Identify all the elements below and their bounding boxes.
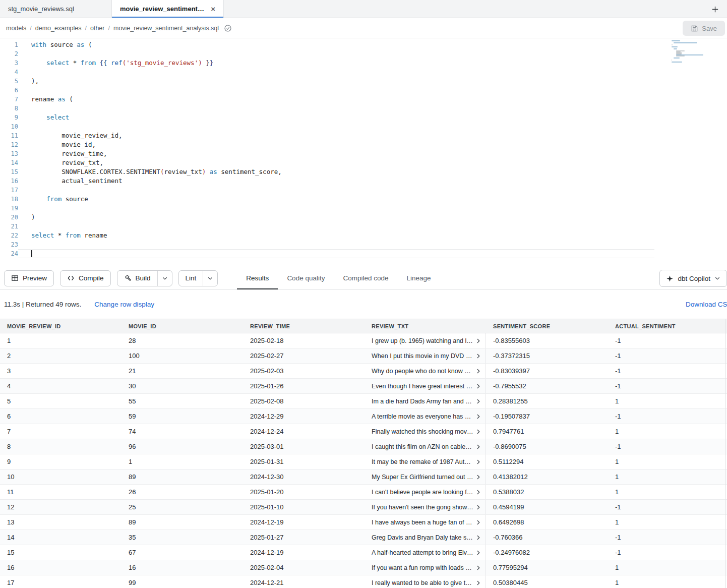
code-line[interactable]: 15 SNOWFLAKE.CORTEX.SENTIMENT(review_txt…: [0, 167, 727, 177]
code-line[interactable]: 8: [0, 104, 727, 113]
expand-row-button[interactable]: [473, 381, 483, 391]
code-line[interactable]: 13 review_time,: [0, 149, 727, 158]
expand-row-button[interactable]: [473, 502, 483, 512]
table-row: 8962025-03-01I caught this film on AZN o…: [0, 439, 727, 454]
expand-row-button[interactable]: [473, 533, 483, 543]
cell-sentiment_score: 0.5112294: [486, 458, 608, 465]
expand-row-button[interactable]: [473, 472, 483, 482]
expand-row-button[interactable]: [473, 442, 483, 452]
cell-movie_review_id: 3: [0, 367, 122, 375]
code-line[interactable]: 12 movie_id,: [0, 140, 727, 149]
code-line[interactable]: 14 review_txt,: [0, 158, 727, 167]
chevron-right-icon: [475, 474, 482, 481]
code-line[interactable]: 20): [0, 213, 727, 222]
chevron-right-icon: [475, 458, 482, 465]
code-line[interactable]: 1with source as (: [0, 40, 727, 49]
code-line[interactable]: 7rename as (: [0, 95, 727, 104]
expand-row-button[interactable]: [473, 517, 483, 527]
code-line[interactable]: 4: [0, 68, 727, 77]
cell-movie_id: 59: [122, 413, 243, 420]
code-text: review_txt,: [18, 158, 103, 167]
breadcrumb-separator: /: [85, 25, 87, 32]
expand-row-button[interactable]: [473, 457, 483, 467]
expand-row-button[interactable]: [473, 578, 483, 588]
expand-row-button[interactable]: [473, 487, 483, 497]
compile-button[interactable]: Compile: [60, 270, 111, 286]
code-line[interactable]: 17: [0, 186, 727, 195]
results-tab-lineage[interactable]: Lineage: [398, 267, 440, 289]
code-line[interactable]: 16 actual_sentiment: [0, 177, 727, 186]
code-line[interactable]: 22select * from rename: [0, 231, 727, 240]
chevron-right-icon: [475, 413, 482, 420]
cell-sentiment_score: -0.24976082: [486, 549, 608, 556]
expand-row-button[interactable]: [473, 336, 483, 346]
chevron-down-icon: [207, 275, 213, 281]
code-line[interactable]: 11 movie_review_id,: [0, 131, 727, 140]
cell-movie_id: 89: [122, 518, 243, 526]
code-line[interactable]: 19: [0, 204, 727, 213]
cell-actual_sentiment: -1: [608, 534, 727, 541]
table-row: 13892024-12-19I have always been a huge …: [0, 515, 727, 530]
build-button[interactable]: Build: [117, 271, 157, 286]
new-tab-button[interactable]: [708, 0, 722, 18]
results-status-bar: 11.3s | Returned 49 rows. Change row dis…: [0, 289, 727, 319]
preview-button[interactable]: Preview: [4, 270, 54, 286]
chevron-down-icon: [162, 275, 168, 281]
cell-sentiment_score: 0.50380445: [486, 579, 608, 586]
cell-review-txt: If you haven't seen the gong show TV s…: [365, 500, 486, 514]
code-line[interactable]: 21: [0, 222, 727, 231]
code-line[interactable]: 3 select * from {{ ref('stg_movie_review…: [0, 58, 727, 68]
expand-row-button[interactable]: [473, 563, 483, 573]
lint-dropdown-button[interactable]: [203, 271, 217, 286]
line-number: 2: [0, 49, 18, 58]
cell-actual_sentiment: -1: [608, 382, 727, 390]
save-button[interactable]: Save: [683, 21, 725, 36]
download-csv-link[interactable]: Download CSV: [686, 301, 727, 308]
results-tab-results[interactable]: Results: [237, 267, 278, 289]
code-line[interactable]: 9 select: [0, 113, 727, 122]
expand-row-button[interactable]: [473, 427, 483, 437]
expand-row-button[interactable]: [473, 366, 483, 376]
close-icon[interactable]: ×: [211, 5, 215, 13]
expand-row-button[interactable]: [473, 411, 483, 422]
build-icon: [124, 274, 132, 282]
cell-review-txt: I can't believe people are looking for a…: [365, 485, 486, 499]
column-header: SENTIMENT_SCORE: [486, 323, 608, 329]
file-tab[interactable]: stg_movie_reviews.sql: [0, 0, 112, 18]
expand-row-button[interactable]: [473, 351, 483, 361]
lint-button[interactable]: Lint: [179, 271, 203, 286]
change-row-display-link[interactable]: Change row display: [94, 301, 154, 308]
table-row: 3212025-02-03Why do people who do not kn…: [0, 364, 727, 379]
dbt-copilot-button[interactable]: dbt Copilot: [659, 270, 727, 287]
file-tab[interactable]: movie_review_sentiment_…×: [112, 0, 224, 18]
results-tab-compiled-code[interactable]: Compiled code: [334, 267, 397, 289]
code-line[interactable]: 5),: [0, 77, 727, 86]
code-line[interactable]: 6: [0, 86, 727, 95]
results-tab-code-quality[interactable]: Code quality: [278, 267, 334, 289]
code-line[interactable]: 2: [0, 49, 727, 58]
code-line[interactable]: 24: [0, 249, 727, 258]
breadcrumb-segment: demo_examples: [35, 25, 82, 32]
expand-row-button[interactable]: [473, 548, 483, 558]
code-editor[interactable]: 1with source as (23 select * from {{ ref…: [0, 38, 727, 267]
line-number: 8: [0, 104, 18, 113]
expand-row-button[interactable]: [473, 396, 483, 406]
editor-minimap[interactable]: [672, 40, 704, 65]
cell-review-txt: Im a die hard Dads Army fan and nothi…: [365, 394, 486, 408]
cell-review-txt: Even though I have great interest in Bi…: [365, 379, 486, 393]
chevron-right-icon: [475, 504, 482, 511]
table-row: 15672024-12-19A half-hearted attempt to …: [0, 545, 727, 560]
column-header: REVIEW_TXT: [365, 323, 486, 329]
chevron-right-icon: [475, 443, 482, 450]
lint-button-label: Lint: [186, 274, 197, 282]
cell-review-txt: Finally watched this shocking movie la…: [365, 424, 486, 439]
cell-actual_sentiment: 1: [608, 488, 727, 496]
chevron-right-icon: [475, 383, 482, 390]
code-line[interactable]: 23: [0, 240, 727, 249]
review-text: A half-hearted attempt to bring Elvis P…: [372, 549, 473, 556]
code-line[interactable]: 10: [0, 122, 727, 131]
code-line[interactable]: 18 from source: [0, 195, 727, 204]
build-dropdown-button[interactable]: [157, 271, 172, 286]
cell-review_time: 2025-02-27: [243, 352, 365, 360]
file-state-icon[interactable]: [224, 24, 232, 32]
